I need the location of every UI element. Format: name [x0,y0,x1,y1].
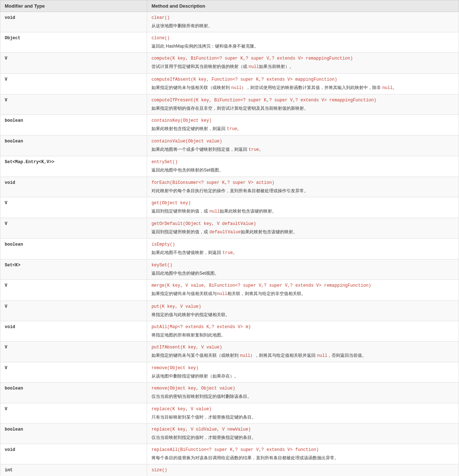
modifier-cell: V [0,342,147,362]
table-row: intsize()返回此地图中键值映射的数量。 [0,464,459,476]
table-row: Objectclone()返回此 HashMap实例的浅拷贝：键和值本身不被克隆… [0,32,459,53]
method-cell: containsKey(Object key)如果此映射包含指定键的映射，则返回… [147,114,459,135]
method-name-text: computeIfPresent(K key, BiFunction<? sup… [151,97,454,104]
table-row: Vput(K key, V value)将指定的值与此映射中的指定键相关联。 [0,300,459,321]
method-name-text: size() [151,467,454,473]
method-name-text: merge(K key, V value, BiFunction<? super… [151,282,454,289]
modifier-cell: boolean [0,383,147,403]
method-description-text: 如果此地图不包含键值映射，则返回 true。 [151,250,237,255]
method-description-text: 如果此映射包含指定键的映射，则返回 true。 [151,126,241,131]
method-name-text: isEmpty() [151,241,454,248]
table-row: booleanreplace(K key, V oldValue, V newV… [0,423,459,444]
method-name-text: clear() [151,15,454,21]
table-row: voidclear()从这张地图中删除所有的映射。 [0,12,459,32]
method-description-text: 返回此地图中包含的键的Set视图。 [151,271,219,276]
table-row: booleancontainsKey(Object key)如果此映射包含指定键… [0,114,459,135]
modifier-cell: V [0,280,147,300]
modifier-cell: void [0,177,147,197]
method-name-text: remove(Object key) [151,365,454,371]
method-cell: size()返回此地图中键值映射的数量。 [147,464,459,476]
table-row: Set<K>keySet()返回此地图中包含的键的Set视图。 [0,259,459,280]
table-row: Vcompute(K key, BiFunction<? super K,? s… [0,53,459,73]
table-row: Vreplace(K key, V value)只有当目标映射到某个值时，才能替… [0,403,459,423]
modifier-cell: V [0,94,147,114]
table-row: VcomputeIfPresent(K key, BiFunction<? su… [0,94,459,114]
method-description-text: 尝试计算用于指定键和其当前映射的值的映射（或 null如果当前映射）。 [151,64,294,69]
method-cell: clone()返回此 HashMap实例的浅拷贝：键和值本身不被克隆。 [147,32,459,53]
method-description-text: 从这张地图中删除所有的映射。 [151,23,212,28]
table-row: Set<Map.Entry<K,V>>entrySet()返回此地图中包含的映射… [0,156,459,177]
method-cell: computeIfPresent(K key, BiFunction<? sup… [147,94,459,114]
method-description-text: 将指定的值与此映射中的指定键相关联。 [151,312,230,317]
method-cell: isEmpty()如果此地图不包含键值映射，则返回 true。 [147,239,459,259]
method-name-text: get(Object key) [151,200,454,206]
method-description-text: 将每个条目的值替换为对该条目调用给定函数的结果，直到所有条目都被处理或该函数抛出… [151,455,339,460]
modifier-cell: Set<Map.Entry<K,V>> [0,156,147,177]
method-name-text: containsKey(Object key) [151,117,454,124]
modifier-cell: V [0,403,147,423]
method-description-text: 如果指定的键尚未与某个值相关联（或映射到 null），则将其与给定值相关联并返回… [151,353,366,358]
modifier-cell: boolean [0,423,147,444]
table-row: Vremove(Object key)从该地图中删除指定键的映射（如果存在）。 [0,362,459,383]
method-name-text: containsValue(Object value) [151,138,454,145]
method-cell: merge(K key, V value, BiFunction<? super… [147,280,459,300]
method-name-text: getOrDefault(Object key, V defaultValue) [151,221,454,227]
method-name-text: putIfAbsent(K key, V value) [151,344,454,351]
method-description-text: 仅当当前的密钥当前映射到指定的值时删除该条目。 [151,394,252,399]
method-cell: entrySet()返回此地图中包含的映射的Set视图。 [147,156,459,177]
modifier-cell: V [0,362,147,383]
table-row: Vmerge(K key, V value, BiFunction<? supe… [0,280,459,300]
method-description-text: 只有当目标映射到某个值时，才能替换指定键的条目。 [151,415,256,420]
api-table: Modifier and Type Method and Description… [0,0,459,476]
method-description-text: 对此映射中的每个条目执行给定的操作，直到所有条目都被处理或操作引发异常。 [151,188,308,193]
table-row: booleanisEmpty()如果此地图不包含键值映射，则返回 true。 [0,239,459,259]
method-description-text: 返回此 HashMap实例的浅拷贝：键和值本身不被克隆。 [151,44,259,49]
method-cell: remove(Object key)从该地图中删除指定键的映射（如果存在）。 [147,362,459,383]
table-row: VputIfAbsent(K key, V value)如果指定的键尚未与某个值… [0,342,459,362]
modifier-cell: V [0,300,147,321]
method-description-text: 如果指定的键尚未与值相关联（或映射到 null），则尝试使用给定的映射函数计算其… [151,85,397,90]
method-name-text: computeIfAbsent(K key, Function<? super … [151,76,454,83]
modifier-cell: boolean [0,114,147,135]
table-row: VgetOrDefault(Object key, V defaultValue… [0,218,459,238]
method-name-text: put(K key, V value) [151,303,454,310]
method-name-text: remove(Object key, Object value) [151,385,454,392]
method-description-text: 如果指定的密钥的值存在且非空，则尝试计算给定密钥及其当前映射值的新映射。 [151,106,308,111]
modifier-cell: int [0,464,147,476]
table-header-row: Modifier and Type Method and Description [0,0,459,12]
table-row: voidreplaceAll(BiFunction<? super K,? su… [0,444,459,464]
method-description-text: 如果指定的键尚未与值相关联或与null相关联，则将其与给定的非空值相关联。 [151,291,306,296]
method-cell: computeIfAbsent(K key, Function<? super … [147,73,459,94]
table-row: booleancontainsValue(Object value)如果此地图将… [0,136,459,156]
table-row: booleanremove(Object key, Object value)仅… [0,383,459,403]
method-cell: putIfAbsent(K key, V value)如果指定的键尚未与某个值相… [147,342,459,362]
method-cell: compute(K key, BiFunction<? super K,? su… [147,53,459,73]
method-description-text: 返回到指定键所映射的值，或 defaultValue如果此映射包含该键的映射。 [151,229,297,234]
modifier-cell: V [0,218,147,238]
modifier-cell: void [0,12,147,32]
method-name-text: compute(K key, BiFunction<? super K,? su… [151,55,454,62]
method-description-text: 从该地图中删除指定键的映射（如果存在）。 [151,374,239,379]
method-name-text: entrySet() [151,159,454,165]
method-cell: remove(Object key, Object value)仅当当前的密钥当… [147,383,459,403]
table-row: voidforEach(BiConsumer<? super K,? super… [0,177,459,197]
method-cell: clear()从这张地图中删除所有的映射。 [147,12,459,32]
method-name-text: keySet() [151,262,454,269]
modifier-cell: V [0,73,147,94]
method-name-text: forEach(BiConsumer<? super K,? super V> … [151,179,454,186]
method-cell: get(Object key)返回到指定键所映射的值，或 null如果此映射包含… [147,197,459,218]
modifier-cell: void [0,321,147,341]
table-row: VcomputeIfAbsent(K key, Function<? super… [0,73,459,94]
method-cell: getOrDefault(Object key, V defaultValue)… [147,218,459,238]
method-name-text: replace(K key, V oldValue, V newValue) [151,426,454,433]
method-cell: put(K key, V value)将指定的值与此映射中的指定键相关联。 [147,300,459,321]
modifier-cell: void [0,444,147,464]
col-method-header: Method and Description [147,0,459,12]
method-name-text: replaceAll(BiFunction<? super K,? super … [151,447,454,453]
modifier-cell: boolean [0,136,147,156]
method-description-text: 仅当当前映射到指定的值时，才能替换指定键的条目。 [151,435,256,440]
modifier-cell: V [0,197,147,218]
modifier-cell: Object [0,32,147,53]
method-cell: replace(K key, V value)只有当目标映射到某个值时，才能替换… [147,403,459,423]
method-name-text: replace(K key, V value) [151,406,454,412]
